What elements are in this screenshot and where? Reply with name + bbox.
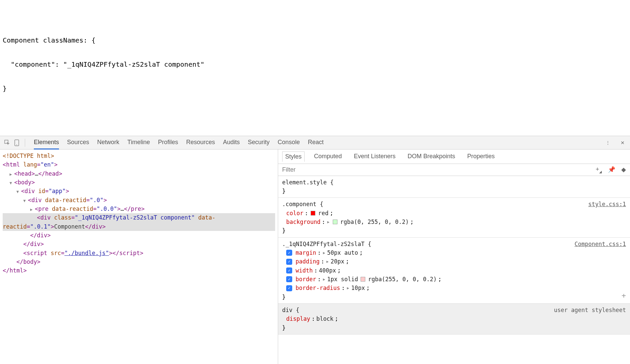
dom-line[interactable]: ▶<pre data-reactid=".0.0">…</pre>: [3, 204, 275, 213]
rule-close: }: [282, 324, 286, 331]
dom-line[interactable]: </div>: [3, 231, 275, 240]
subtab-event-listeners[interactable]: Event Listeners: [351, 151, 398, 162]
expand-icon[interactable]: ▶: [9, 171, 14, 178]
tab-security[interactable]: Security: [248, 136, 270, 149]
dom-line[interactable]: </div>: [3, 240, 275, 248]
expand-icon[interactable]: ▶: [327, 219, 330, 225]
rule-source-label: user agent stylesheet: [554, 306, 626, 314]
dom-line[interactable]: <script src="./bundle.js"></script>: [3, 249, 275, 257]
css-declaration[interactable]: ✓padding:▶20px;: [282, 257, 626, 266]
rule-hashed-class[interactable]: Component.css:1 ._1qNIQ4ZPFfytal-zS2slaT…: [278, 238, 630, 304]
subtab-styles[interactable]: Styles: [282, 151, 305, 162]
tab-network[interactable]: Network: [97, 136, 119, 149]
css-declaration[interactable]: color: red;: [282, 209, 626, 218]
rule-selector: .component {: [282, 201, 323, 207]
dom-line[interactable]: ▼<body>: [3, 178, 275, 187]
expand-icon[interactable]: ▶: [323, 277, 325, 282]
expand-icon[interactable]: ▶: [30, 206, 35, 213]
rule-close: }: [282, 294, 286, 300]
dom-line[interactable]: <!DOCTYPE html>: [3, 151, 275, 160]
dom-line[interactable]: </html>: [3, 266, 275, 275]
dom-panel[interactable]: <!DOCTYPE html> <html lang="en"> ▶<head>…: [0, 149, 278, 364]
hov-icon[interactable]: ◆: [621, 166, 626, 174]
css-declaration[interactable]: ✓margin:▶50px auto;: [282, 248, 626, 257]
styles-tabs: Styles Computed Event Listeners DOM Brea…: [278, 149, 630, 164]
inspect-element-icon[interactable]: [3, 138, 12, 147]
devtools-body: <!DOCTYPE html> <html lang="en"> ▶<head>…: [0, 149, 630, 364]
add-declaration-icon[interactable]: +: [622, 290, 626, 301]
tab-timeline[interactable]: Timeline: [127, 136, 150, 149]
devtools-toolbar: Elements Sources Network Timeline Profil…: [0, 136, 630, 149]
pre-line: }: [3, 84, 627, 93]
tab-sources[interactable]: Sources: [67, 136, 89, 149]
color-swatch-icon[interactable]: [361, 277, 365, 282]
rule-close: }: [282, 227, 286, 234]
styles-panel: Styles Computed Event Listeners DOM Brea…: [278, 149, 630, 364]
checkbox-icon[interactable]: ✓: [286, 267, 292, 274]
filter-icons: +◢ 📌 ◆: [595, 166, 626, 174]
pin-icon[interactable]: 📌: [608, 166, 615, 174]
checkbox-icon[interactable]: ✓: [286, 276, 292, 282]
rule-close: }: [282, 188, 286, 194]
rule-source-link[interactable]: style.css:1: [588, 200, 626, 208]
rule-element-style[interactable]: element.style { }: [278, 176, 630, 198]
collapse-icon[interactable]: ▼: [16, 189, 21, 195]
tab-audits[interactable]: Audits: [223, 136, 240, 149]
rule-selector: ._1qNIQ4ZPFfytal-zS2slaT {: [282, 241, 371, 247]
expand-icon[interactable]: ▶: [347, 285, 349, 291]
styles-filter-input[interactable]: [282, 166, 595, 173]
rule-selector: element.style {: [282, 179, 334, 186]
dom-line[interactable]: </body>: [3, 257, 275, 266]
collapse-icon[interactable]: ▼: [23, 198, 28, 204]
tab-console[interactable]: Console: [278, 136, 300, 149]
classnames-pre: Component classNames: { "component": "_1…: [3, 20, 627, 109]
rule-user-agent[interactable]: user agent stylesheet div { display: blo…: [278, 304, 630, 335]
devtools-tabs: Elements Sources Network Timeline Profil…: [34, 136, 324, 149]
dom-line[interactable]: ▶<head>…</head>: [3, 169, 275, 178]
rule-component[interactable]: style.css:1 .component { color: red; bac…: [278, 198, 630, 237]
tab-resources[interactable]: Resources: [186, 136, 215, 149]
expand-icon[interactable]: ▶: [326, 259, 329, 264]
css-declaration[interactable]: ✓border:▶1px solid rgba(255, 0, 0, 0.2);: [282, 275, 626, 284]
rule-source-link[interactable]: Component.css:1: [574, 240, 626, 248]
expand-icon[interactable]: ▶: [323, 250, 325, 256]
toolbar-right: ⋮ ✕: [603, 138, 627, 147]
checkbox-icon[interactable]: ✓: [286, 285, 292, 291]
dom-line-selected[interactable]: <div class="_1qNIQ4ZPFfytal-zS2slaT comp…: [3, 213, 275, 231]
tab-react[interactable]: React: [308, 136, 324, 149]
css-declaration[interactable]: ✓width: 400px;: [282, 266, 626, 275]
dom-line[interactable]: ▼<div id="app">: [3, 187, 275, 195]
css-declaration[interactable]: ✓border-radius:▶10px;: [282, 284, 626, 292]
styles-filter-bar: +◢ 📌 ◆: [278, 164, 630, 176]
dom-line[interactable]: ▼<div data-reactid=".0">: [3, 196, 275, 204]
css-declaration: display: block;: [282, 314, 626, 323]
tab-profiles[interactable]: Profiles: [158, 136, 178, 149]
add-rule-icon[interactable]: +◢: [595, 166, 602, 174]
dom-line[interactable]: <html lang="en">: [3, 160, 275, 169]
page-viewport: Component classNames: { "component": "_1…: [0, 0, 630, 136]
pre-line: "component": "_1qNIQ4ZPFfytal-zS2slaT co…: [3, 60, 627, 68]
css-declaration[interactable]: background:▶rgba(0, 255, 0, 0.2);: [282, 218, 626, 226]
svg-point-2: [16, 144, 17, 145]
toolbar-separator: [25, 139, 25, 147]
device-mode-icon[interactable]: [12, 138, 21, 147]
rule-selector: div {: [282, 307, 299, 313]
color-swatch-icon[interactable]: [333, 220, 337, 224]
subtab-properties[interactable]: Properties: [464, 151, 497, 162]
pre-line: Component classNames: {: [3, 36, 627, 44]
checkbox-icon[interactable]: ✓: [286, 259, 292, 265]
collapse-icon[interactable]: ▼: [9, 180, 14, 186]
tab-elements[interactable]: Elements: [34, 136, 59, 149]
more-icon[interactable]: ⋮: [603, 138, 613, 147]
close-icon[interactable]: ✕: [618, 138, 627, 147]
color-swatch-icon[interactable]: [311, 211, 315, 216]
subtab-dom-breakpoints[interactable]: DOM Breakpoints: [405, 151, 458, 162]
devtools: Elements Sources Network Timeline Profil…: [0, 136, 630, 364]
checkbox-icon[interactable]: ✓: [286, 250, 292, 256]
subtab-computed[interactable]: Computed: [311, 151, 344, 162]
